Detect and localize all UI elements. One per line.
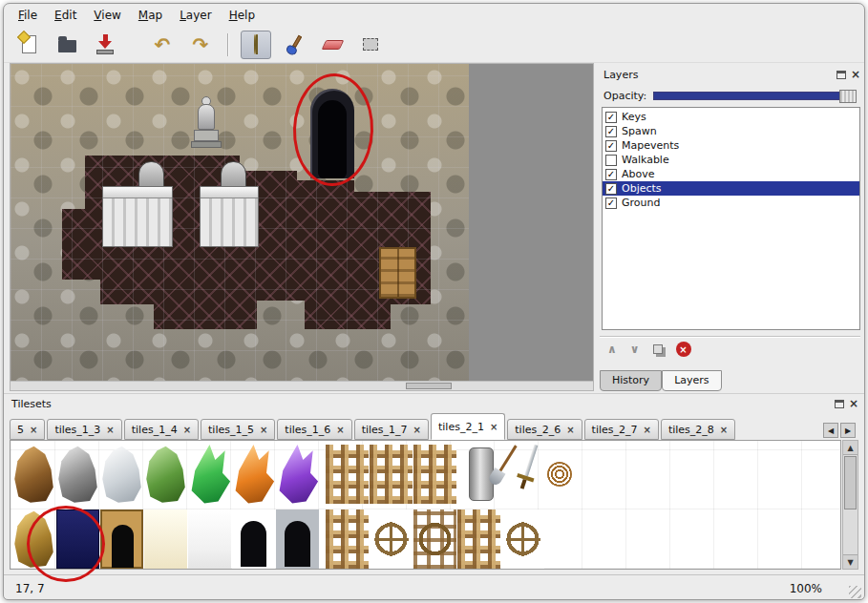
- eraser-tool-button[interactable]: [317, 31, 348, 59]
- tab-label: tiles_2_8: [668, 424, 714, 436]
- tile-navy-selected[interactable]: [56, 509, 99, 569]
- tile-wood-lattice[interactable]: [413, 445, 456, 504]
- map-canvas[interactable]: [11, 64, 469, 382]
- layer-label: Ground: [622, 197, 660, 209]
- opacity-slider-handle[interactable]: [839, 90, 857, 103]
- opacity-slider[interactable]: [653, 92, 857, 100]
- layer-row-above[interactable]: ✓ Above: [603, 167, 859, 181]
- menu-view[interactable]: View: [85, 5, 129, 26]
- menu-help[interactable]: Help: [221, 5, 264, 26]
- tileset-tab[interactable]: 5×: [10, 419, 45, 440]
- layer-checkbox[interactable]: ✓: [605, 126, 617, 137]
- close-icon[interactable]: ×: [413, 425, 421, 435]
- tile-wood-lattice[interactable]: [457, 509, 500, 569]
- stamp-tool-button[interactable]: [241, 31, 271, 59]
- tileset-tab[interactable]: tiles_1_4×: [124, 419, 199, 440]
- save-button[interactable]: [90, 31, 120, 59]
- redo-button[interactable]: ↷: [185, 31, 216, 59]
- tileset-tab[interactable]: tiles_2_7×: [584, 419, 659, 440]
- duplicate-layer-button[interactable]: [653, 344, 663, 354]
- tileset-tab[interactable]: tiles_1_7×: [354, 419, 429, 440]
- tileset-tab[interactable]: tiles_1_3×: [47, 419, 121, 440]
- close-icon[interactable]: ×: [260, 425, 267, 435]
- close-icon[interactable]: ×: [106, 425, 114, 435]
- open-folder-icon: [58, 40, 76, 52]
- map-hscroll-thumb[interactable]: [406, 383, 452, 389]
- tab-layers[interactable]: Layers: [662, 370, 721, 391]
- close-icon[interactable]: ×: [720, 425, 728, 435]
- tile-rock-green[interactable]: [144, 445, 187, 504]
- layer-row-objects[interactable]: ✓ Objects: [603, 181, 859, 196]
- tile-cream[interactable]: [144, 509, 187, 569]
- tileset-tab[interactable]: tiles_1_5×: [201, 419, 275, 440]
- float-panel-icon[interactable]: [835, 400, 844, 408]
- tile-crystal-purple[interactable]: [276, 445, 319, 504]
- close-icon[interactable]: ×: [30, 425, 37, 435]
- tile-rope-coil[interactable]: [540, 445, 582, 504]
- menu-map[interactable]: Map: [130, 5, 171, 26]
- layer-row-mapevents[interactable]: ✓ Mapevents: [603, 138, 859, 153]
- tileset-canvas[interactable]: [10, 440, 841, 570]
- layer-checkbox[interactable]: ✓: [605, 169, 617, 180]
- close-icon[interactable]: ×: [566, 425, 574, 435]
- map-horizontal-scrollbar[interactable]: [11, 381, 593, 390]
- layer-move-down-button[interactable]: ∨: [630, 343, 640, 355]
- tileset-vertical-scrollbar[interactable]: ▲ ▼: [842, 440, 858, 570]
- close-icon[interactable]: ×: [183, 425, 191, 435]
- close-panel-icon[interactable]: ×: [851, 70, 860, 79]
- delete-layer-button[interactable]: ×: [676, 342, 691, 357]
- tile-cave-arch-white[interactable]: [232, 509, 275, 569]
- tile-crystal-orange[interactable]: [232, 445, 275, 504]
- new-file-icon: [22, 35, 36, 53]
- layer-checkbox[interactable]: ✓: [605, 112, 617, 123]
- close-icon[interactable]: ×: [336, 425, 344, 435]
- tile-cave-arch-gray[interactable]: [276, 509, 319, 569]
- tab-scroll-left-button[interactable]: ◀: [823, 423, 838, 438]
- layer-checkbox[interactable]: ✓: [605, 198, 617, 209]
- undo-button[interactable]: ↶: [147, 31, 178, 59]
- tileset-tab[interactable]: tiles_1_6×: [277, 419, 351, 440]
- close-icon[interactable]: ×: [644, 425, 651, 435]
- select-tool-button[interactable]: [355, 31, 386, 59]
- tile-rock-gold[interactable]: [12, 509, 55, 569]
- tab-history[interactable]: History: [600, 370, 662, 391]
- vscroll-thumb[interactable]: [844, 456, 857, 509]
- tile-wood-wheel[interactable]: [370, 509, 413, 569]
- menu-layer[interactable]: Layer: [171, 5, 220, 26]
- open-file-button[interactable]: [52, 31, 82, 59]
- scroll-down-icon[interactable]: ▼: [843, 554, 857, 569]
- float-panel-icon[interactable]: [836, 71, 846, 79]
- layer-checkbox[interactable]: ✓: [605, 183, 617, 195]
- close-panel-icon[interactable]: ×: [849, 399, 858, 408]
- tile-wood-lattice[interactable]: [326, 509, 369, 569]
- tab-label: tiles_2_6: [515, 424, 561, 436]
- tile-wood-wheel-lattice[interactable]: [413, 509, 456, 569]
- layer-move-up-button[interactable]: ∧: [607, 343, 617, 355]
- tile-wood-lattice[interactable]: [326, 445, 369, 504]
- tile-rock-white[interactable]: [100, 445, 143, 504]
- tile-rock-gray[interactable]: [56, 445, 99, 504]
- scroll-up-icon[interactable]: ▲: [843, 441, 857, 455]
- tile-doorway[interactable]: [100, 509, 143, 569]
- paint-tool-button[interactable]: [279, 31, 309, 59]
- tab-scroll-right-button[interactable]: ▶: [840, 423, 856, 438]
- new-file-button[interactable]: [13, 31, 44, 59]
- resize-grip[interactable]: [849, 586, 861, 598]
- layer-row-spawn[interactable]: ✓ Spawn: [603, 124, 859, 138]
- layer-checkbox[interactable]: ✓: [605, 140, 617, 152]
- tile-rock-brown[interactable]: [12, 445, 55, 504]
- layer-row-keys[interactable]: ✓ Keys: [603, 110, 859, 124]
- tileset-tab[interactable]: tiles_2_8×: [661, 419, 735, 440]
- close-icon[interactable]: ×: [490, 422, 498, 432]
- tileset-tab[interactable]: tiles_2_6×: [507, 419, 582, 440]
- layer-row-ground[interactable]: ✓ Ground: [603, 196, 859, 210]
- tile-white-fade[interactable]: [188, 509, 231, 569]
- layer-row-walkable[interactable]: Walkable: [603, 153, 859, 167]
- tile-crystal-green[interactable]: [188, 445, 231, 504]
- layer-checkbox[interactable]: [605, 155, 617, 166]
- menu-edit[interactable]: Edit: [46, 5, 85, 26]
- menu-file[interactable]: File: [10, 5, 46, 26]
- tile-wood-lattice[interactable]: [370, 445, 413, 504]
- tile-wood-wheel[interactable]: [501, 509, 544, 569]
- tileset-tab-active[interactable]: tiles_2_1×: [431, 413, 505, 440]
